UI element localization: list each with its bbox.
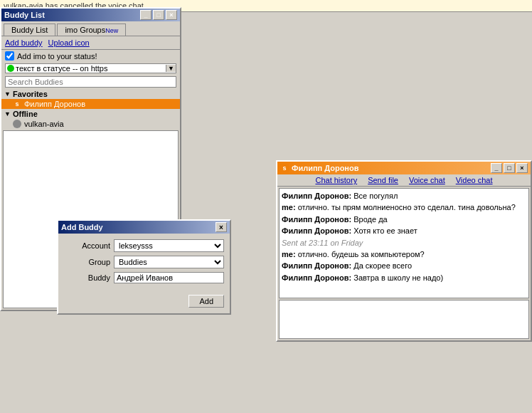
add-buddy-titlebar: Add Buddy ×: [58, 221, 230, 234]
voice-chat-link[interactable]: Voice chat: [409, 176, 445, 184]
chat-titlebar-controls: _ □ ×: [491, 163, 528, 173]
add-buddy-link[interactable]: Add buddy: [5, 38, 43, 47]
msg-sender-6: Филипп Доронов:: [282, 261, 351, 270]
msg-sender-7: Филипп Доронов:: [282, 273, 351, 282]
buddy-list-content: ▼ Favorites s Филипп Доронов ▼ Offline v…: [1, 89, 180, 129]
imo-status-label: Add imo to your status!: [17, 52, 97, 61]
send-file-link[interactable]: Send file: [368, 176, 398, 184]
account-select[interactable]: lekseysss: [114, 239, 224, 252]
buddy-list-controls: _ □ ×: [140, 10, 177, 20]
tabs-bar: Buddy List imo GroupsNew: [1, 21, 180, 36]
add-buddy-footer: Add: [58, 293, 230, 313]
chat-maximize-button[interactable]: □: [504, 163, 515, 173]
search-input[interactable]: [5, 76, 176, 88]
search-row: [1, 75, 180, 89]
buddy-list-titlebar-text: Buddy List: [4, 11, 45, 19]
add-buddy-title: Add Buddy: [61, 223, 103, 231]
minimize-button[interactable]: _: [140, 10, 151, 20]
imo-status-checkbox[interactable]: [5, 51, 14, 61]
group-row: Group Buddies: [64, 256, 224, 268]
tab-imo-groups-label: imo Groups: [65, 26, 105, 34]
status-checkbox-row: Add imo to your status!: [1, 50, 180, 62]
status-input-field[interactable]: [16, 64, 166, 73]
group-offline[interactable]: ▼ Offline: [1, 109, 180, 119]
chat-input[interactable]: [280, 300, 528, 338]
tab-buddy-list[interactable]: Buddy List: [4, 23, 55, 36]
chat-msg-3: Филипп Доронов: Вроде да: [282, 214, 526, 225]
add-buddy-body: Account lekseysss Group Buddies Buddy: [58, 234, 230, 293]
chat-close-button[interactable]: ×: [516, 163, 528, 173]
buddy-name-vulkan: vulkan-avia: [24, 120, 64, 128]
group-favorites[interactable]: ▼ Favorites: [1, 89, 180, 99]
msg-text-5: отлично. будешь за компьютером?: [298, 250, 425, 258]
status-dot: [7, 65, 14, 72]
chat-msg-2: me: отлично. ты прям молниеносно это сде…: [282, 202, 526, 213]
group-favorites-label: Favorites: [13, 90, 48, 98]
msg-sender-2: me:: [282, 203, 296, 211]
buddy-list-titlebar: Buddy List _ □ ×: [1, 9, 180, 21]
group-arrow-favorites: ▼: [4, 90, 11, 98]
buddy-label: Buddy: [64, 273, 110, 282]
add-button[interactable]: Add: [188, 295, 224, 308]
chat-msg-sent-info: Sent at 23:11 on Friday: [282, 238, 526, 249]
msg-sender-1: Филипп Доронов:: [282, 192, 351, 200]
msg-text-2: отлично. ты прям молниеносно это сделал.…: [298, 203, 516, 211]
msg-sender-3: Филипп Доронов:: [282, 215, 351, 224]
buddy-row: Buddy: [64, 272, 224, 283]
group-offline-label: Offline: [13, 110, 38, 118]
chat-msg-5: me: отлично. будешь за компьютером?: [282, 249, 526, 260]
buddy-list-title: Buddy List: [4, 11, 45, 19]
chat-s-icon: s: [280, 164, 289, 172]
chat-msg-4: Филипп Доронов: Хотя кто ее знает: [282, 226, 526, 236]
chat-msg-6: Филипп Доронов: Да скорее всего: [282, 261, 526, 271]
status-input-row: ▼: [1, 62, 180, 75]
msg-text-1: Все погулял: [353, 192, 398, 200]
chat-title: Филипп Доронов: [292, 164, 359, 172]
tab-new-badge: New: [105, 27, 118, 34]
chat-msg-1: Филипп Доронов: Все погулял: [282, 191, 526, 202]
chat-msg-7: Филипп Доронов: Завтра в школу не надо): [282, 273, 526, 283]
msg-text-6: Да скорее всего: [353, 261, 412, 270]
add-buddy-close-button[interactable]: ×: [216, 222, 227, 232]
add-buddy-dialog: Add Buddy × Account lekseysss Group Budd…: [57, 219, 231, 315]
sent-info-text: Sent at 23:11 on Friday: [282, 239, 363, 247]
upload-icon-link[interactable]: Upload icon: [48, 38, 90, 47]
buddy-list-menu-bar: Add buddy Upload icon: [1, 36, 180, 50]
status-dropdown-button[interactable]: ▼: [166, 65, 176, 72]
msg-text-4: Хотя кто ее знает: [353, 226, 417, 235]
chat-input-area[interactable]: [279, 300, 529, 339]
msg-text-3: Вроде да: [353, 215, 387, 224]
chat-window: s Филипп Доронов _ □ × Chat history Send…: [276, 160, 532, 342]
tab-imo-groups[interactable]: imo GroupsNew: [57, 23, 126, 36]
chat-minimize-button[interactable]: _: [491, 163, 502, 173]
chat-messages: Филипп Доронов: Все погулял me: отлично.…: [279, 188, 529, 298]
chat-menu-bar: Chat history Send file Voice chat Video …: [277, 174, 531, 187]
maximize-button[interactable]: □: [153, 10, 164, 20]
buddy-online-icon: s: [13, 100, 21, 108]
group-arrow-offline: ▼: [4, 110, 11, 117]
msg-text-7: Завтра в школу не надо): [353, 273, 443, 282]
close-button[interactable]: ×: [166, 10, 177, 20]
status-input-container[interactable]: ▼: [5, 63, 176, 73]
video-chat-link[interactable]: Video chat: [456, 176, 493, 184]
account-label: Account: [64, 241, 110, 250]
chat-history-link[interactable]: Chat history: [315, 176, 357, 184]
msg-sender-4: Филипп Доронов:: [282, 226, 351, 235]
msg-sender-5: me:: [282, 250, 296, 258]
tab-buddy-list-label: Buddy List: [11, 26, 48, 34]
group-select[interactable]: Buddies: [114, 256, 224, 268]
buddy-filipp-doronov[interactable]: s Филипп Доронов: [1, 99, 180, 109]
buddy-offline-icon: [13, 120, 21, 128]
buddy-input[interactable]: [114, 272, 224, 283]
chat-titlebar: s Филипп Доронов _ □ ×: [277, 162, 531, 174]
buddy-vulkan-avia[interactable]: vulkan-avia: [1, 119, 180, 129]
buddy-name-filipp: Филипп Доронов: [24, 100, 85, 108]
account-row: Account lekseysss: [64, 239, 224, 252]
chat-titlebar-text: s Филипп Доронов: [280, 164, 359, 172]
group-label: Group: [64, 258, 110, 266]
